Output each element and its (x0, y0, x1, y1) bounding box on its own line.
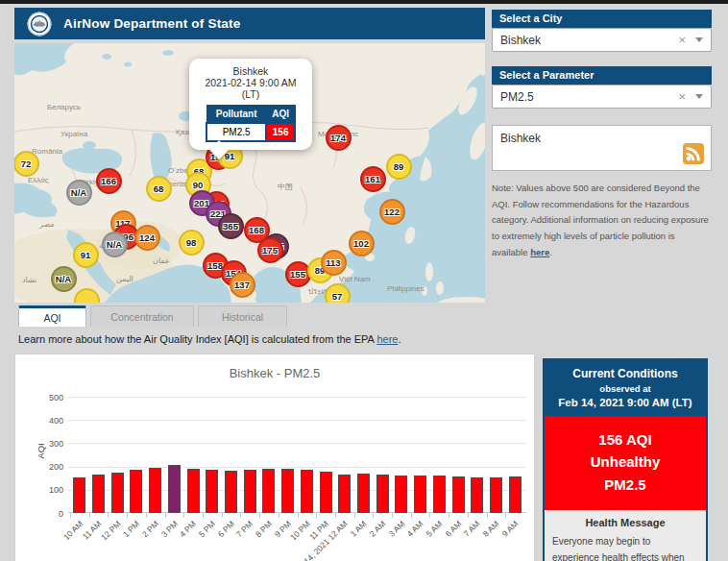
chart-y-tick-label: 200 (31, 462, 63, 472)
cc-pollutant: PM2.5 (548, 474, 702, 496)
chart-x-tick (354, 513, 355, 518)
chart-x-tick-label: 12 PM (99, 519, 122, 542)
chart-x-tick-label: 7 AM (462, 519, 482, 539)
parameter-select-value: PM2.5 (500, 90, 678, 104)
chevron-down-icon[interactable] (695, 94, 703, 99)
chart-y-tick-label: 0 (31, 509, 63, 519)
chart-bar[interactable] (320, 472, 332, 513)
chart-x-tick (259, 513, 260, 518)
aqi-marker[interactable]: 102 (349, 231, 375, 256)
aqi-marker[interactable]: 91 (73, 242, 99, 268)
chevron-down-icon[interactable] (695, 37, 703, 42)
aqi-marker[interactable]: N/A (66, 180, 92, 206)
chart-bar[interactable] (509, 476, 522, 513)
chart-bar[interactable] (168, 465, 181, 513)
current-conditions-panel: Current Conditions observed at Feb 14, 2… (543, 358, 708, 561)
aqi-marker[interactable]: 137 (230, 272, 255, 298)
chart-bar[interactable] (414, 476, 426, 513)
chart-bar[interactable] (206, 470, 218, 513)
chart-x-tick-label: 9 AM (499, 519, 520, 539)
chart-bar[interactable] (376, 475, 389, 513)
chart-bar[interactable] (471, 477, 483, 514)
aqi-marker[interactable]: 122 (379, 199, 405, 225)
chart-x-tick-label: 4 AM (405, 519, 425, 539)
chart-bar[interactable] (187, 469, 200, 513)
popup-col-aqi: AQI (266, 106, 295, 124)
chart-x-tick (183, 513, 184, 518)
select-city-header: Select a City (492, 10, 712, 28)
chart-gridline (68, 397, 526, 398)
cc-title: Current Conditions (548, 367, 702, 380)
aqi-marker[interactable]: 174 (326, 125, 352, 151)
aqi-marker[interactable]: 161 (360, 166, 386, 192)
note-here-link[interactable]: here (530, 247, 549, 257)
chart-x-tick-label: 3 PM (158, 519, 179, 539)
aqi-marker[interactable]: 57 (325, 283, 351, 304)
epa-here-link[interactable]: here (376, 333, 398, 345)
chart-bar[interactable] (338, 475, 351, 513)
chart-bar[interactable] (357, 474, 370, 513)
chart-x-tick (335, 513, 336, 518)
chart-bar[interactable] (301, 470, 313, 513)
top-strip (0, 0, 728, 4)
chart-y-tick-label: 300 (31, 439, 63, 449)
rss-icon[interactable] (683, 143, 704, 164)
tab-historical[interactable]: Historical (198, 305, 287, 327)
chart-bar[interactable] (281, 469, 294, 513)
chart-x-tick (449, 513, 449, 518)
aqi-marker[interactable]: 365 (218, 213, 244, 239)
chart-x-tick (468, 513, 469, 518)
chart-bar[interactable] (452, 476, 465, 513)
chart-bar[interactable] (244, 470, 256, 513)
aqi-marker[interactable]: 68 (146, 176, 172, 202)
aqi-marker[interactable]: 113 (321, 250, 347, 276)
chart-x-tick-label: 6 PM (215, 519, 235, 539)
map[interactable]: БеларусьУкраїнаRomâniaΕλλάςTürkiyeҚазақс… (14, 43, 485, 303)
parameter-select[interactable]: PM2.5 × (492, 85, 712, 109)
chart-bar[interactable] (92, 475, 105, 513)
app-header: AirNow Department of State (14, 8, 485, 39)
chart-bar[interactable] (433, 476, 446, 513)
chart-bar[interactable] (149, 468, 161, 513)
popup-aqi-value: 156 (266, 123, 295, 141)
aqi-marker[interactable]: 89 (386, 154, 412, 180)
clear-city-icon[interactable]: × (678, 33, 686, 47)
chart-bar[interactable] (262, 469, 275, 513)
chart-x-tick-label: 2 AM (367, 519, 387, 539)
health-message-title: Health Message (552, 517, 698, 528)
chart-title: Bishkek - PM2.5 (15, 366, 534, 380)
chart-x-tick (203, 513, 204, 518)
aqi-marker[interactable]: 72 (14, 151, 39, 177)
aqi-marker[interactable]: 124 (134, 225, 160, 251)
chart-x-tick (429, 513, 430, 518)
map-popup: Bishkek 2021-02-14 9:00 AM (LT) Pollutan… (189, 59, 312, 150)
chart-x-tick-label: 5 PM (197, 519, 217, 539)
tab-concentration[interactable]: Concentration (90, 305, 194, 327)
aqi-marker[interactable]: 98 (179, 230, 205, 256)
note-text: Note: Values above 500 are considered Be… (492, 181, 712, 260)
chart-x-tick-label: 8 AM (481, 519, 501, 539)
tab-aqi[interactable]: AQI (18, 305, 86, 327)
chart-x-tick-label: 1 AM (349, 519, 369, 539)
learn-more-body: Learn more about how the Air Quality Ind… (18, 333, 376, 345)
chart-bar[interactable] (395, 476, 407, 513)
chart-bar[interactable] (130, 470, 142, 513)
chart-y-tick-label: 500 (31, 393, 63, 402)
aqi-marker[interactable]: N/A (102, 232, 128, 257)
learn-more-end: . (398, 333, 400, 345)
chart-x-tick (127, 513, 128, 518)
cc-category: Unhealthy (548, 451, 702, 473)
aqi-marker[interactable]: 155 (285, 261, 311, 287)
chart-bar[interactable] (490, 477, 502, 514)
aqi-marker[interactable]: 175 (257, 237, 283, 263)
chart-bar[interactable] (111, 473, 124, 513)
aqi-marker[interactable]: 166 (96, 168, 122, 194)
chart-bar[interactable] (225, 471, 237, 513)
clear-parameter-icon[interactable]: × (678, 89, 686, 104)
city-select[interactable]: Bishkek × (492, 28, 712, 52)
chart-bar[interactable] (73, 477, 85, 514)
chart-x-tick (316, 513, 317, 518)
chart-x-tick (146, 513, 147, 518)
chart-gridline (68, 443, 526, 444)
aqi-marker[interactable]: N/A (51, 266, 77, 292)
